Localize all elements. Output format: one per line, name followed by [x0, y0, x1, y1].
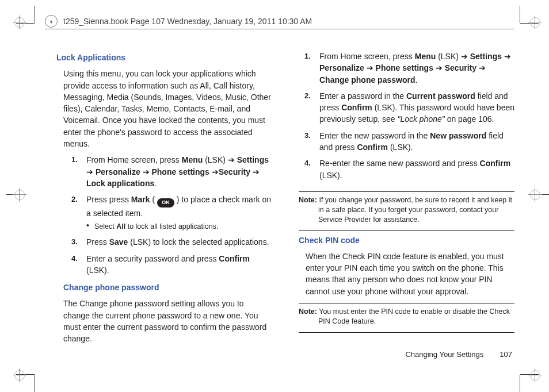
- note-rule-bottom: [299, 230, 514, 231]
- left-column: Lock Applications Using this menu, you c…: [56, 51, 272, 351]
- change-password-steps: 1. From Home screen, press Menu (LSK) ➔ …: [304, 51, 514, 186]
- note2-rule-bottom: [299, 332, 514, 333]
- step-3: 3. Press Save (LSK) to lock the selected…: [71, 236, 272, 252]
- heading-check-pin: Check PIN code: [299, 235, 514, 246]
- note2-rule-top: [299, 303, 514, 303]
- heading-change-password: Change phone password: [63, 282, 272, 293]
- footer-section: Changing Your Settings: [405, 350, 483, 359]
- footer-page-number: 107: [500, 350, 512, 359]
- lock-apps-steps: 1. From Home screen, press Menu (LSK) ➔ …: [71, 154, 272, 280]
- r-step-3: 3. Enter the new password in the New pas…: [304, 130, 514, 158]
- book-icon: ♦: [45, 15, 58, 28]
- note-password: Note: If you change your password, be su…: [299, 195, 514, 225]
- change-password-intro: The Change phone password setting allows…: [63, 298, 272, 344]
- ok-icon: OK: [157, 198, 174, 207]
- step-2: 2. Press press Mark ( OK ) to place a ch…: [71, 194, 272, 236]
- step-2-bullet: Select All to lock all listed applicatio…: [86, 221, 272, 232]
- page-footer: Changing Your Settings 107: [405, 350, 512, 359]
- step-4: 4. Enter a security password and press C…: [71, 253, 272, 281]
- r-step-2: 2. Enter a password in the Current passw…: [304, 90, 514, 130]
- heading-lock-applications: Lock Applications: [56, 52, 272, 63]
- r-step-4: 4. Re-enter the same new password and pr…: [304, 157, 514, 186]
- page-body: Lock Applications Using this menu, you c…: [56, 51, 514, 351]
- right-column: 1. From Home screen, press Menu (LSK) ➔ …: [299, 51, 514, 351]
- check-pin-para: When the Check PIN code feature is enabl…: [306, 251, 514, 297]
- step-1: 1. From Home screen, press Menu (LSK) ➔ …: [71, 154, 272, 194]
- header-rule: [45, 29, 514, 29]
- doc-header: ♦ t259_Sienna.book Page 107 Wednesday, J…: [45, 15, 514, 28]
- note-rule-top: [299, 191, 514, 192]
- note-pin: Note: You must enter the PIN code to ena…: [299, 307, 514, 326]
- doc-header-text: t259_Sienna.book Page 107 Wednesday, Jan…: [63, 17, 312, 26]
- lock-apps-intro: Using this menu, you can lock your appli…: [63, 68, 272, 149]
- r-step-1: 1. From Home screen, press Menu (LSK) ➔ …: [304, 51, 514, 90]
